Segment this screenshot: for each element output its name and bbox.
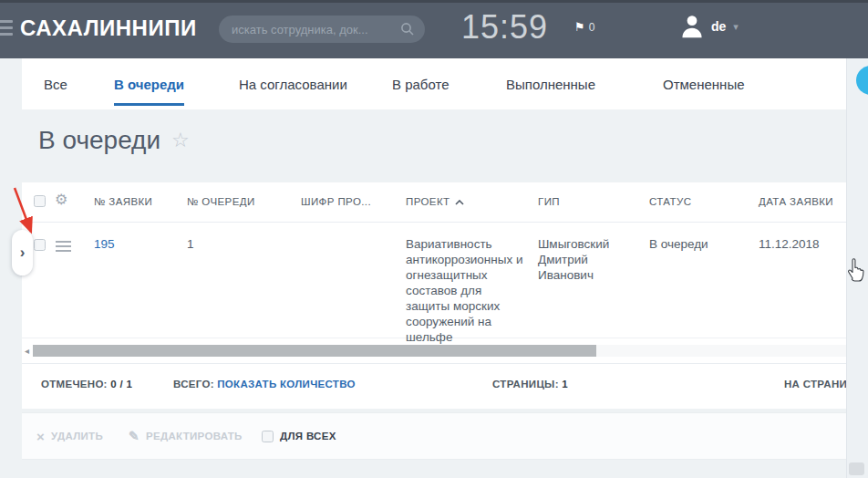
scrollbar-track[interactable] bbox=[33, 345, 846, 357]
requests-grid: ⚙ № ЗАЯВКИ № ОЧЕРЕДИ ШИФР ПРО... ПРОЕКТ … bbox=[22, 182, 846, 409]
grid-header-row: ⚙ № ЗАЯВКИ № ОЧЕРЕДИ ШИФР ПРО... ПРОЕКТ … bbox=[22, 182, 846, 223]
column-queue-no[interactable]: № ОЧЕРЕДИ bbox=[187, 196, 255, 207]
bulk-actions-bar: × УДАЛИТЬ ✎ РЕДАКТИРОВАТЬ ДЛЯ ВСЕХ bbox=[22, 412, 846, 460]
logo[interactable]: САХАЛИННИПИ bbox=[20, 16, 197, 41]
user-name: de bbox=[711, 19, 726, 34]
app-window: САХАЛИННИПИ 15:59 ⚑ 0 de ▾ Все В очереди… bbox=[0, 0, 868, 478]
per-page-label[interactable]: НА СТРАНИЦ bbox=[784, 379, 846, 390]
show-count-link[interactable]: ПОКАЗАТЬ КОЛИЧЕСТВО bbox=[217, 379, 355, 390]
total-counter: ВСЕГО: ПОКАЗАТЬ КОЛИЧЕСТВО bbox=[173, 379, 356, 390]
cell-request-no[interactable]: 195 bbox=[94, 236, 115, 252]
cell-status: В очереди bbox=[649, 236, 708, 252]
column-project-label: ПРОЕКТ bbox=[406, 196, 450, 207]
checked-counter: ОТМЕЧЕНО: 0 / 1 bbox=[41, 379, 132, 390]
tab-in-queue[interactable]: В очереди bbox=[114, 58, 184, 109]
tab-label: На согласовании bbox=[239, 77, 347, 92]
checked-label: ОТМЕЧЕНО: bbox=[41, 379, 108, 390]
search-icon bbox=[400, 22, 415, 36]
scroll-left-icon[interactable]: ◂ bbox=[25, 346, 29, 356]
page-title-row: В очереди ☆ bbox=[38, 126, 190, 155]
table-row[interactable]: 195 1 Вариативность антикоррозионных и о… bbox=[22, 223, 846, 338]
column-cipher[interactable]: ШИФР ПРО... bbox=[301, 196, 371, 207]
grid-settings-gear-icon[interactable]: ⚙ bbox=[55, 192, 67, 207]
column-status[interactable]: СТАТУС bbox=[649, 196, 691, 207]
vertical-scrollbar-thumb[interactable] bbox=[849, 462, 864, 475]
tab-completed[interactable]: Выполненные bbox=[506, 58, 595, 109]
cell-queue-no: 1 bbox=[187, 236, 194, 252]
expand-panel-button[interactable]: › bbox=[12, 230, 33, 275]
checked-value: 0 / 1 bbox=[110, 379, 132, 390]
cell-gip: Шмыговский Дмитрий Иванович bbox=[538, 236, 640, 283]
pages-label: СТРАНИЦЫ: bbox=[492, 379, 559, 390]
delete-x-icon: × bbox=[36, 430, 45, 443]
edit-button[interactable]: ✎ РЕДАКТИРОВАТЬ bbox=[129, 413, 243, 459]
favorite-star-icon[interactable]: ☆ bbox=[171, 129, 190, 152]
notifications-button[interactable]: ⚑ 0 bbox=[574, 20, 594, 34]
for-all-checkbox[interactable] bbox=[262, 431, 274, 442]
cell-project: Вариативность антикоррозионных и огнезащ… bbox=[406, 236, 528, 345]
tab-on-approval[interactable]: На согласовании bbox=[239, 58, 347, 109]
menu-icon[interactable] bbox=[0, 20, 13, 39]
total-label: ВСЕГО: bbox=[173, 379, 214, 390]
horizontal-scrollbar: ◂ bbox=[22, 339, 846, 364]
chevron-down-icon: ▾ bbox=[733, 21, 739, 33]
user-menu[interactable]: de ▾ bbox=[680, 14, 739, 39]
cell-date: 11.12.2018 bbox=[759, 236, 820, 252]
delete-button[interactable]: × УДАЛИТЬ bbox=[36, 413, 103, 459]
clock: 15:59 bbox=[461, 8, 548, 47]
page-title: В очереди bbox=[38, 126, 160, 155]
tab-label: Выполненные bbox=[506, 77, 595, 92]
tab-label: В очереди bbox=[114, 77, 184, 92]
select-all-checkbox[interactable] bbox=[34, 195, 46, 207]
top-header: САХАЛИННИПИ 15:59 ⚑ 0 de ▾ bbox=[0, 0, 868, 58]
pages-counter: СТРАНИЦЫ: 1 bbox=[492, 379, 568, 390]
search-input[interactable] bbox=[232, 16, 394, 43]
column-gip[interactable]: ГИП bbox=[538, 196, 560, 207]
tab-label: Все bbox=[44, 77, 67, 92]
tab-cancelled[interactable]: Отмененные bbox=[663, 58, 745, 109]
right-gutter bbox=[846, 58, 868, 478]
column-date[interactable]: ДАТА ЗАЯВКИ bbox=[759, 196, 833, 207]
sort-asc-icon bbox=[455, 196, 464, 207]
delete-label: УДАЛИТЬ bbox=[51, 431, 103, 442]
tab-in-progress[interactable]: В работе bbox=[392, 58, 450, 109]
tab-label: Отмененные bbox=[663, 77, 745, 92]
filter-tabs: Все В очереди На согласовании В работе В… bbox=[22, 58, 846, 109]
pages-value: 1 bbox=[562, 379, 568, 390]
flag-icon: ⚑ bbox=[574, 20, 585, 34]
column-request-no[interactable]: № ЗАЯВКИ bbox=[94, 196, 152, 207]
search-box[interactable] bbox=[219, 16, 425, 43]
edit-pencil-icon: ✎ bbox=[129, 430, 140, 442]
chevron-right-icon: › bbox=[20, 244, 26, 262]
column-project[interactable]: ПРОЕКТ bbox=[406, 196, 464, 207]
grid-footer: ОТМЕЧЕНО: 0 / 1 ВСЕГО: ПОКАЗАТЬ КОЛИЧЕСТ… bbox=[22, 365, 846, 409]
scrollbar-thumb[interactable] bbox=[33, 345, 596, 357]
tab-all[interactable]: Все bbox=[44, 58, 67, 109]
user-avatar-icon bbox=[680, 14, 704, 39]
edit-label: РЕДАКТИРОВАТЬ bbox=[146, 431, 243, 442]
tab-label: В работе bbox=[392, 77, 450, 92]
for-all-toggle[interactable]: ДЛЯ ВСЕХ bbox=[262, 413, 336, 459]
row-actions-menu-icon[interactable] bbox=[56, 241, 71, 255]
row-checkbox[interactable] bbox=[34, 239, 46, 251]
notification-count: 0 bbox=[589, 21, 595, 34]
for-all-label: ДЛЯ ВСЕХ bbox=[280, 431, 336, 442]
